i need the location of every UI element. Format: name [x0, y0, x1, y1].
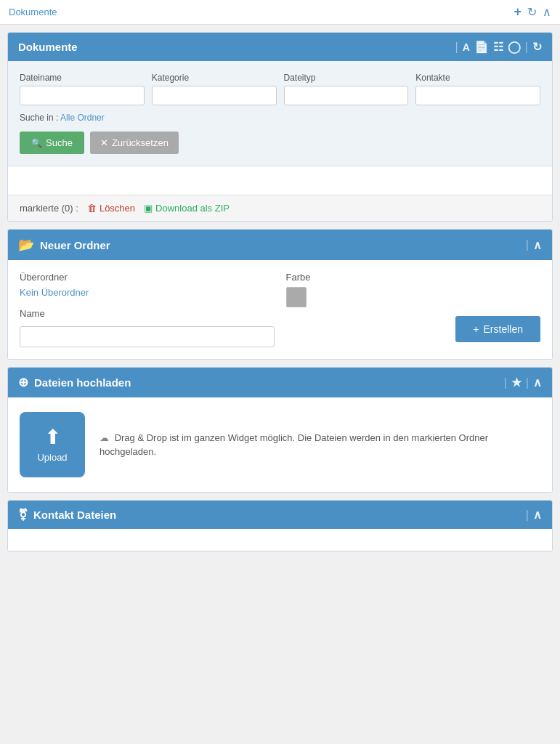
download-label: Download als ZIP	[155, 203, 230, 214]
color-swatch[interactable]	[286, 287, 307, 307]
neuer-ordner-collapse-icon[interactable]: ∧	[533, 238, 542, 252]
reset-button[interactable]: ✕ Zurücksetzen	[90, 132, 179, 154]
dateityp-label: Dateityp	[284, 73, 409, 83]
marked-label: markierte (0) :	[20, 203, 78, 214]
search-button[interactable]: 🔍 Suche	[20, 132, 84, 154]
file-icon[interactable]: 📄	[474, 40, 489, 54]
kontakt-collapse-icon[interactable]: ∧	[533, 508, 542, 522]
marked-bar: markierte (0) : 🗑 Löschen ▣ Download als…	[8, 195, 552, 221]
neuer-ordner-body: Überordner Kein Überordner Name Farbe + …	[8, 260, 552, 359]
upload-collapse-icon[interactable]: ∧	[533, 376, 542, 389]
cloud-icon: ☁	[100, 432, 109, 443]
dokumente-header-left: Dokumente	[18, 41, 78, 53]
neuer-ordner-header-right: | ∧	[526, 238, 542, 252]
top-bar-title: Dokumente	[9, 7, 57, 17]
dateityp-input[interactable]	[284, 86, 409, 105]
dokumente-body: Dateiname Kategorie Dateityp Kontakte	[8, 61, 552, 166]
refresh-icon[interactable]: ↻	[527, 5, 537, 19]
neuer-ordner-title: Neuer Ordner	[40, 239, 110, 251]
dateiname-label: Dateiname	[20, 73, 145, 83]
times-icon: ✕	[100, 137, 108, 148]
kontakt-header-left: ⚧ Kontakt Dateien	[18, 508, 116, 522]
loeschen-label: Löschen	[100, 203, 135, 214]
neuer-ordner-header-left: 📂 Neuer Ordner	[18, 237, 110, 253]
upload-info-text: Drag & Drop ist im ganzen Widget möglich…	[100, 432, 488, 458]
filter-kontakte: Kontakte	[415, 73, 540, 105]
toolbar-refresh-icon[interactable]: ↻	[532, 40, 542, 54]
ordner-bottom: + Erstellen	[286, 316, 541, 342]
upload-header-icon: ⊕	[18, 375, 28, 390]
results-area	[8, 166, 552, 195]
kategorie-input[interactable]	[152, 86, 277, 105]
upload-header-left: ⊕ Dateien hochladen	[18, 375, 131, 390]
ueberordner-label: Überordner	[20, 272, 275, 283]
top-bar: Dokumente + ↻ ∧	[0, 0, 560, 25]
folder-icon: 📂	[18, 237, 34, 253]
filter-kategorie: Kategorie	[152, 73, 277, 105]
star-icon[interactable]: ★	[511, 376, 522, 389]
download-zip-link[interactable]: ▣ Download als ZIP	[144, 203, 230, 214]
add-icon[interactable]: +	[514, 4, 522, 20]
ordner-name-input[interactable]	[20, 326, 275, 347]
trash-icon: 🗑	[87, 203, 97, 214]
dokumente-header: Dokumente | A 📄 ☷ ◯ | ↻	[8, 33, 552, 61]
filter-dateityp: Dateityp	[284, 73, 409, 105]
zip-icon: ▣	[144, 203, 153, 214]
upload-body: ⬆ Upload ☁ Drag & Drop ist im ganzen Wid…	[8, 397, 552, 492]
kontakt-widget: ⚧ Kontakt Dateien | ∧	[7, 500, 553, 551]
upload-header: ⊕ Dateien hochladen | ★ | ∧	[8, 368, 552, 397]
collapse-icon[interactable]: ∧	[543, 5, 551, 19]
ordner-right: Farbe + Erstellen	[286, 272, 541, 347]
upload-button[interactable]: ⬆ Upload	[20, 412, 85, 477]
plus-icon: +	[473, 323, 479, 335]
search-icon: 🔍	[31, 138, 42, 148]
kontakte-label: Kontakte	[415, 73, 540, 83]
main-content: Dokumente | A 📄 ☷ ◯ | ↻ Dateiname Kateg	[0, 25, 560, 559]
name-label: Name	[20, 308, 275, 319]
upload-arrow-icon: ⬆	[44, 427, 61, 448]
erstellen-button[interactable]: + Erstellen	[455, 316, 540, 342]
neuer-ordner-header: 📂 Neuer Ordner | ∧	[8, 230, 552, 260]
ordner-grid: Überordner Kein Überordner Name Farbe + …	[20, 272, 540, 347]
dokumente-header-right: | A 📄 ☷ ◯ | ↻	[455, 40, 542, 54]
upload-header-right: | ★ | ∧	[504, 376, 542, 389]
filter-grid: Dateiname Kategorie Dateityp Kontakte	[20, 73, 540, 105]
suche-in-row: Suche in : Alle Ordner	[20, 113, 540, 123]
upload-label: Upload	[37, 452, 67, 463]
filter-dateiname: Dateiname	[20, 73, 145, 105]
farbe-label: Farbe	[286, 272, 541, 283]
ordner-left: Überordner Kein Überordner Name	[20, 272, 275, 347]
kontakt-title: Kontakt Dateien	[33, 509, 116, 521]
dateiname-input[interactable]	[20, 86, 145, 105]
search-buttons-row: 🔍 Suche ✕ Zurücksetzen	[20, 132, 540, 154]
alle-ordner-link[interactable]: Alle Ordner	[60, 113, 105, 123]
clock-icon[interactable]: ◯	[508, 40, 521, 54]
suche-in-label: Suche in :	[20, 113, 58, 123]
kontakt-header: ⚧ Kontakt Dateien | ∧	[8, 501, 552, 529]
kontakt-body	[8, 529, 552, 551]
dokumente-widget: Dokumente | A 📄 ☷ ◯ | ↻ Dateiname Kateg	[7, 32, 553, 222]
kontakt-header-right: | ∧	[526, 508, 542, 522]
erstellen-label: Erstellen	[484, 323, 523, 335]
neuer-ordner-widget: 📂 Neuer Ordner | ∧ Überordner Kein Übero…	[7, 229, 553, 360]
kontakt-icon: ⚧	[18, 508, 28, 522]
dokumente-title: Dokumente	[18, 41, 78, 53]
font-icon[interactable]: A	[463, 41, 470, 53]
upload-title: Dateien hochladen	[34, 376, 131, 389]
kontakte-input[interactable]	[415, 86, 540, 105]
loeschen-link[interactable]: 🗑 Löschen	[87, 203, 135, 214]
upload-widget: ⊕ Dateien hochladen | ★ | ∧ ⬆ Upload ☁ D…	[7, 367, 553, 493]
upload-info: ☁ Drag & Drop ist im ganzen Widget mögli…	[100, 431, 540, 459]
kategorie-label: Kategorie	[152, 73, 277, 83]
list-icon[interactable]: ☷	[493, 40, 503, 54]
top-bar-icons: + ↻ ∧	[514, 4, 551, 20]
kein-ueberordner-link[interactable]: Kein Überordner	[20, 287, 89, 298]
